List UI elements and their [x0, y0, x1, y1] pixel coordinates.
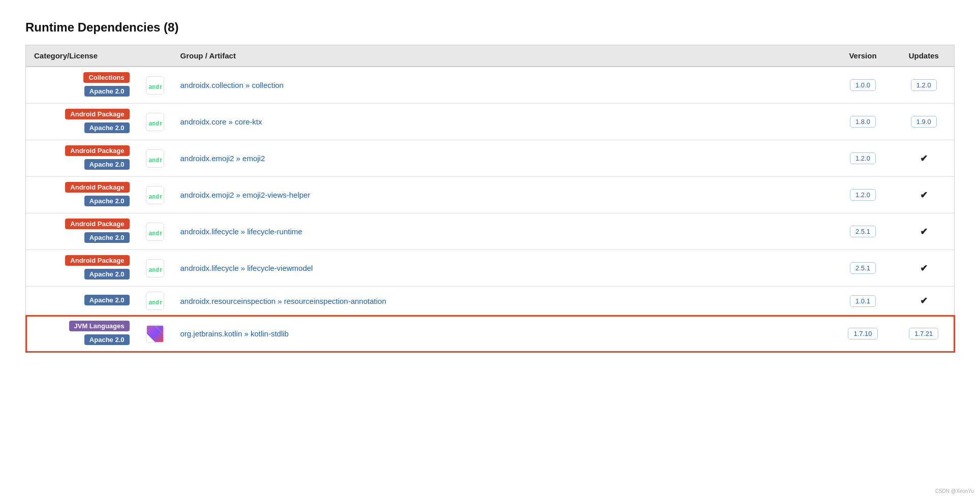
android-icon: android — [146, 292, 164, 310]
category-badge: Android Package — [65, 255, 129, 266]
version-cell: 1.0.0 — [833, 67, 894, 104]
android-icon: android — [146, 76, 164, 95]
license-badge: Apache 2.0 — [84, 86, 130, 97]
table-row: CollectionsApache 2.0 android androidx.c… — [26, 67, 955, 104]
icon-cell: android — [138, 287, 172, 316]
updates-cell: ✔ — [894, 213, 955, 250]
icon-cell: android — [138, 140, 172, 177]
license-badge: Apache 2.0 — [84, 269, 130, 279]
table-row: Apache 2.0 android androidx.resourceinsp… — [26, 287, 955, 316]
dependencies-table: Category/License Group / Artifact Versio… — [25, 45, 955, 352]
icon-cell: android — [138, 213, 172, 250]
artifact-cell[interactable]: androidx.lifecycle » lifecycle-viewmodel — [172, 250, 833, 287]
table-row: Android PackageApache 2.0 android androi… — [26, 177, 955, 213]
version-badge: 1.0.1 — [850, 295, 876, 307]
license-badge: Apache 2.0 — [84, 295, 130, 305]
category-badge: Android Package — [65, 219, 129, 229]
header-updates: Updates — [894, 45, 955, 67]
update-badge: 1.7.21 — [909, 328, 938, 339]
license-badge: Apache 2.0 — [84, 334, 130, 345]
icon-cell — [138, 316, 172, 352]
icon-cell: android — [138, 250, 172, 287]
checkmark-icon: ✔ — [920, 227, 928, 237]
version-cell: 1.7.10 — [833, 316, 894, 352]
icon-cell: android — [138, 67, 172, 104]
svg-text:android: android — [148, 230, 162, 237]
android-icon: android — [146, 149, 164, 168]
table-row: Android PackageApache 2.0 android androi… — [26, 104, 955, 140]
version-badge: 1.2.0 — [850, 189, 876, 201]
kotlin-icon — [146, 325, 164, 343]
version-badge: 2.5.1 — [850, 262, 876, 274]
android-icon: android — [146, 259, 164, 277]
android-icon: android — [146, 113, 164, 131]
updates-cell: ✔ — [894, 140, 955, 177]
version-badge: 1.0.0 — [850, 79, 876, 91]
version-badge: 2.5.1 — [850, 226, 876, 237]
license-badge: Apache 2.0 — [84, 159, 130, 170]
table-row: Android PackageApache 2.0 android androi… — [26, 140, 955, 177]
version-cell: 1.2.0 — [833, 177, 894, 213]
version-cell: 1.0.1 — [833, 287, 894, 316]
category-badge: Android Package — [65, 182, 129, 193]
version-cell: 2.5.1 — [833, 213, 894, 250]
category-cell: Android PackageApache 2.0 — [26, 250, 138, 287]
android-icon: android — [146, 186, 164, 204]
license-badge: Apache 2.0 — [84, 196, 130, 206]
table-row: JVM LanguagesApache 2.0 org.jetbrains.ko… — [26, 316, 955, 352]
version-cell: 1.2.0 — [833, 140, 894, 177]
checkmark-icon: ✔ — [920, 153, 928, 164]
artifact-cell[interactable]: androidx.core » core-ktx — [172, 104, 833, 140]
updates-cell: 1.2.0 — [894, 67, 955, 104]
category-cell: Android PackageApache 2.0 — [26, 213, 138, 250]
table-row: Android PackageApache 2.0 android androi… — [26, 213, 955, 250]
category-badge: Android Package — [65, 145, 129, 156]
version-cell: 2.5.1 — [833, 250, 894, 287]
page-title: Runtime Dependencies (8) — [25, 20, 955, 35]
updates-cell: 1.9.0 — [894, 104, 955, 140]
svg-text:android: android — [148, 157, 162, 164]
header-artifact: Group / Artifact — [172, 45, 833, 67]
table-row: Android PackageApache 2.0 android androi… — [26, 250, 955, 287]
license-badge: Apache 2.0 — [84, 122, 130, 133]
icon-cell: android — [138, 177, 172, 213]
version-cell: 1.8.0 — [833, 104, 894, 140]
category-cell: Apache 2.0 — [26, 287, 138, 316]
updates-cell: ✔ — [894, 177, 955, 213]
checkmark-icon: ✔ — [920, 263, 928, 273]
icon-cell: android — [138, 104, 172, 140]
artifact-cell[interactable]: androidx.emoji2 » emoji2-views-helper — [172, 177, 833, 213]
update-badge: 1.2.0 — [911, 79, 937, 91]
category-badge: JVM Languages — [69, 321, 130, 331]
category-badge: Android Package — [65, 109, 129, 119]
category-cell: Android PackageApache 2.0 — [26, 177, 138, 213]
version-badge: 1.8.0 — [850, 116, 876, 128]
artifact-cell[interactable]: androidx.emoji2 » emoji2 — [172, 140, 833, 177]
version-badge: 1.2.0 — [850, 152, 876, 164]
svg-text:android: android — [148, 299, 162, 306]
updates-cell: ✔ — [894, 250, 955, 287]
artifact-cell[interactable]: androidx.resourceinspection » resourcein… — [172, 287, 833, 316]
license-badge: Apache 2.0 — [84, 232, 130, 243]
header-version: Version — [833, 45, 894, 67]
category-cell: Android PackageApache 2.0 — [26, 104, 138, 140]
version-badge: 1.7.10 — [848, 328, 877, 339]
artifact-cell[interactable]: androidx.lifecycle » lifecycle-runtime — [172, 213, 833, 250]
svg-text:android: android — [148, 193, 162, 200]
checkmark-icon: ✔ — [920, 190, 928, 200]
updates-cell: 1.7.21 — [894, 316, 955, 352]
category-cell: JVM LanguagesApache 2.0 — [26, 316, 138, 352]
header-category: Category/License — [26, 45, 138, 67]
svg-text:android: android — [148, 266, 162, 273]
category-badge: Collections — [83, 72, 129, 83]
category-cell: Android PackageApache 2.0 — [26, 140, 138, 177]
svg-text:android: android — [148, 120, 162, 127]
artifact-cell[interactable]: org.jetbrains.kotlin » kotlin-stdlib — [172, 316, 833, 352]
svg-text:android: android — [148, 83, 162, 90]
artifact-cell[interactable]: androidx.collection » collection — [172, 67, 833, 104]
updates-cell: ✔ — [894, 287, 955, 316]
category-cell: CollectionsApache 2.0 — [26, 67, 138, 104]
android-icon: android — [146, 223, 164, 241]
checkmark-icon: ✔ — [920, 296, 928, 306]
header-icon — [138, 45, 172, 67]
